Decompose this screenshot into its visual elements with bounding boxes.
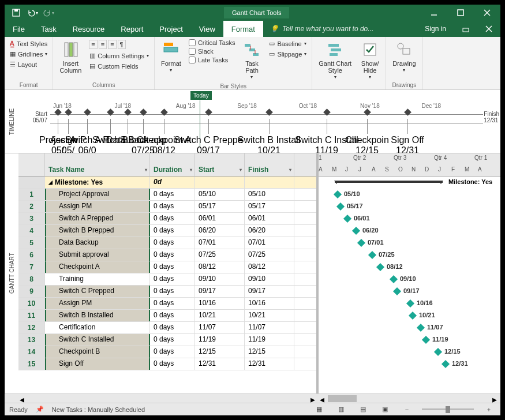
task-path-button[interactable]: Task Path▾ <box>240 39 264 82</box>
group-row[interactable]: ◢ Milestone: Yes0d <box>18 177 316 189</box>
format-bar-button[interactable]: Format▾ <box>158 39 184 75</box>
milestone-diamond-icon <box>357 239 365 247</box>
gantt-month-label: J <box>438 166 441 172</box>
milestone-diamond-icon <box>406 299 414 308</box>
drawing-icon <box>395 40 413 59</box>
gantt-chart-area[interactable]: 1Qtr 2Qtr 3Qtr 4Qtr 1AMJJASONDJFMA Miles… <box>319 153 500 393</box>
milestone-date-label: 06/20 <box>362 227 379 234</box>
align-left-icon[interactable]: ≡ <box>89 40 97 49</box>
tab-resource[interactable]: Resource <box>65 21 113 37</box>
table-row[interactable]: 14Checkpoint B0 days12/1512/15 <box>18 346 316 358</box>
layout-button[interactable]: ☰Layout <box>8 59 49 69</box>
sign-in-link[interactable]: Sign in <box>417 21 454 37</box>
view-shortcut-1[interactable]: ▦ <box>312 404 326 415</box>
milestone-diamond-icon <box>390 275 398 283</box>
gantt-quarter-label: Qtr 3 <box>394 155 406 161</box>
table-row[interactable]: 3Switch A Prepped0 days06/0106/01 <box>18 213 316 225</box>
task-path-icon <box>242 40 261 59</box>
tab-view[interactable]: View <box>191 21 223 37</box>
insert-column-icon <box>61 40 80 59</box>
group-barstyles-label: Bar Styles <box>158 82 308 91</box>
align-right-icon[interactable]: ≡ <box>108 40 116 49</box>
critical-tasks-checkbox[interactable]: Critical Tasks <box>188 39 237 47</box>
zoom-slider[interactable] <box>422 408 474 410</box>
gantt-chart-style-button[interactable]: Gantt Chart Style▾ <box>316 39 354 82</box>
table-row[interactable]: 10Assign PM0 days10/1610/16 <box>18 298 316 310</box>
show-hide-button[interactable]: Show/ Hide▾ <box>358 39 382 82</box>
tab-report[interactable]: Report <box>113 21 151 37</box>
milestone-date-label: 12/15 <box>444 348 461 355</box>
late-tasks-checkbox[interactable]: Late Tasks <box>188 56 237 64</box>
column-duration[interactable]: Duration▾ <box>150 153 195 176</box>
maximize-button[interactable] <box>447 5 474 21</box>
table-row[interactable]: 4Switch B Prepped0 days06/2006/20 <box>18 225 316 237</box>
custom-fields-button[interactable]: ▤Custom Fields <box>88 61 151 71</box>
table-row[interactable]: 9Switch C Prepped0 days09/1709/17 <box>18 286 316 298</box>
align-center-icon[interactable]: ≡ <box>99 40 107 49</box>
svg-rect-14 <box>245 44 250 47</box>
table-row[interactable]: 12Certification0 days11/0711/07 <box>18 322 316 334</box>
table-hscrollbar[interactable]: ◂▸ <box>18 394 319 403</box>
row-header-column[interactable] <box>18 153 45 176</box>
tell-me-search[interactable]: 💡Tell me what you want to do... <box>263 21 417 37</box>
gantt-panel-label: GANTT CHART <box>5 153 18 393</box>
table-row[interactable]: 6Submit approval0 days07/2507/25 <box>18 249 316 261</box>
milestone-date-label: 11/19 <box>432 336 448 343</box>
gridlines-button[interactable]: ▦Gridlines▾ <box>8 49 49 59</box>
gantt-month-label: N <box>412 166 416 172</box>
slippage-button[interactable]: ▭Slippage▾ <box>267 49 308 59</box>
save-icon[interactable] <box>9 6 23 19</box>
timeline-milestone-label: Checkpoin12/15 <box>345 135 389 153</box>
table-row[interactable]: 8Training0 days09/1009/10 <box>18 273 316 286</box>
column-settings-button[interactable]: ▥Column Settings▾ <box>88 51 151 61</box>
timeline-panel[interactable]: Today Start05/07 Finish12/31 Jun '18Jul … <box>18 90 500 153</box>
table-row[interactable]: 11Switch B Installed0 days10/2110/21 <box>18 310 316 322</box>
table-row[interactable]: 5Data Backup0 days07/0107/01 <box>18 237 316 249</box>
group-columns-label: Columns <box>57 81 151 89</box>
redo-icon[interactable]: ▾ <box>42 6 55 19</box>
milestone-date-label: 08/12 <box>387 263 403 270</box>
column-start[interactable]: Start▾ <box>195 153 245 176</box>
tab-file[interactable]: File <box>5 21 33 37</box>
column-task-name[interactable]: Task Name▾ <box>45 153 150 176</box>
table-row[interactable]: 15Sign Off0 days12/3112/31 <box>18 358 316 370</box>
milestone-diamond-icon <box>336 202 345 211</box>
timeline-milestone-label: Sign Off12/31 <box>391 135 424 153</box>
view-shortcut-4[interactable]: ▣ <box>378 404 392 415</box>
text-styles-button[interactable]: A̲Text Styles <box>8 39 49 48</box>
ribbon-options-icon[interactable] <box>454 21 477 37</box>
status-ready: Ready <box>9 406 28 413</box>
gantt-summary-row: Milestone: Yes <box>319 177 500 189</box>
table-row[interactable]: 13Switch C Installed0 days11/1911/19 <box>18 334 316 346</box>
zoom-in-button[interactable]: + <box>482 404 496 415</box>
gantt-row: 07/25 <box>319 249 500 261</box>
drawing-button[interactable]: Drawing▾ <box>390 39 418 75</box>
undo-icon[interactable]: ▾ <box>25 6 39 19</box>
table-row[interactable]: 1Project Approval0 days05/1005/10 <box>18 189 316 201</box>
view-shortcut-2[interactable]: ▥ <box>334 404 348 415</box>
baseline-button[interactable]: ▭Baseline▾ <box>267 39 308 48</box>
tab-task[interactable]: Task <box>33 21 65 37</box>
close-subwindow-icon[interactable] <box>477 21 500 37</box>
wrap-text-icon[interactable]: ¶ <box>118 40 126 49</box>
view-shortcut-3[interactable]: ▤ <box>356 404 370 415</box>
task-table[interactable]: Task Name▾ Duration▾ Start▾ Finish▾ ◢ Mi… <box>18 153 319 393</box>
table-row[interactable]: 2Assign PM0 days05/1705/17 <box>18 201 316 213</box>
svg-rect-19 <box>330 53 338 56</box>
insert-column-button[interactable]: Insert Column <box>57 39 84 76</box>
svg-rect-3 <box>458 10 463 16</box>
milestone-diamond-icon <box>393 287 401 295</box>
zoom-out-button[interactable]: − <box>400 404 414 415</box>
minimize-button[interactable] <box>421 5 447 21</box>
close-button[interactable] <box>474 5 500 21</box>
tab-project[interactable]: Project <box>151 21 190 37</box>
gantt-month-label: M <box>332 166 336 172</box>
milestone-date-label: 10/21 <box>419 312 435 318</box>
table-row[interactable]: 7Checkpoint A0 days08/1208/12 <box>18 261 316 273</box>
slack-checkbox[interactable]: Slack <box>188 47 237 55</box>
tab-format[interactable]: Format <box>223 21 263 37</box>
svg-rect-17 <box>328 44 339 47</box>
gantt-hscrollbar[interactable]: ◂▸ <box>319 394 500 403</box>
layout-icon: ☰ <box>10 61 16 68</box>
column-finish[interactable]: Finish▾ <box>245 153 294 176</box>
